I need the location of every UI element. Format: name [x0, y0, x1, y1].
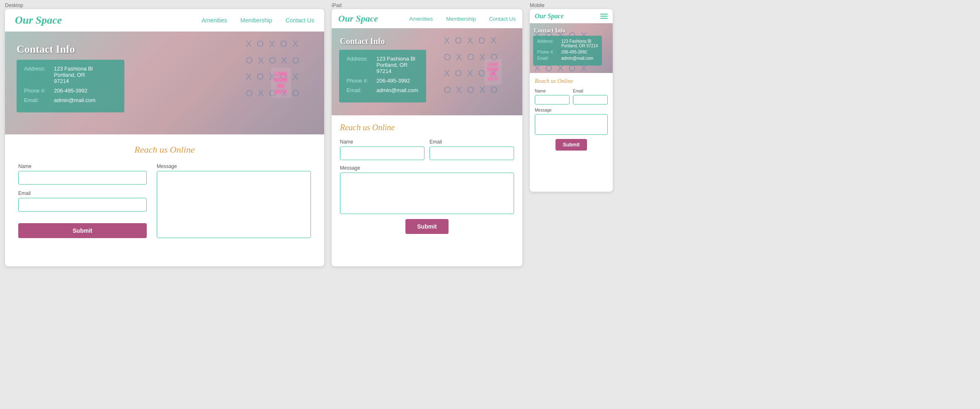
desktop-address-label: Address: — [24, 66, 49, 84]
mobile-hero: Contact Info Address: 123 Fashiona BlPor… — [530, 23, 613, 73]
ipad-message-input[interactable] — [340, 173, 514, 214]
mobile-email-label: Email: — [537, 56, 556, 61]
desktop-phone-value: 206-495-3992 — [54, 88, 87, 94]
ipad-submit-button[interactable]: Submit — [405, 219, 448, 234]
ipad-nav-membership[interactable]: Membership — [446, 16, 476, 22]
ipad-hero-title: Contact Info — [340, 37, 385, 46]
hamburger-menu-icon[interactable] — [600, 14, 608, 19]
desktop-hero-title: Contact Info — [17, 43, 75, 56]
desktop-email-field-label: Email — [18, 190, 147, 196]
ipad-name-label: Name — [340, 139, 425, 145]
ipad-name-email-grid: Name Email — [340, 139, 514, 160]
mobile-email-field-label: Email — [573, 89, 608, 93]
ipad-message-field: Message — [340, 165, 514, 214]
mobile-phone-row: Phone #: 206-495-3992 — [537, 50, 598, 54]
desktop-address-row: Address: 123 Fashiona BlPortland, OR9721… — [24, 66, 117, 84]
ipad-online-section: Reach us Online Name Email Message Submi… — [332, 115, 522, 244]
desktop-label: Desktop — [5, 2, 324, 8]
mobile-device-frame: Our Space Contact Info Address: 123 Fash… — [530, 9, 613, 192]
mobile-logo: Our Space — [535, 12, 600, 20]
ipad-device-frame: Our Space Amenities Membership Contact U… — [332, 9, 522, 266]
desktop-contact-info-box: Address: 123 Fashiona BlPortland, OR9721… — [17, 60, 124, 112]
desktop-message-label: Message — [157, 163, 311, 169]
ipad-address-label: Address: — [347, 56, 371, 74]
ipad-nav-contact[interactable]: Contact Us — [489, 16, 516, 22]
desktop-name-field: Name — [18, 163, 147, 185]
desktop-submit-button[interactable]: Submit — [18, 223, 147, 238]
desktop-nav-amenities[interactable]: Amenities — [201, 17, 227, 24]
mobile-email-value: admin@mail.com — [561, 56, 593, 61]
ipad-name-field: Name — [340, 139, 425, 160]
hamburger-line-3 — [600, 18, 608, 19]
desktop-logo: Our Space — [15, 14, 201, 27]
ipad-nav: Our Space Amenities Membership Contact U… — [332, 9, 522, 28]
mobile-hero-title: Contact Info — [534, 27, 565, 34]
desktop-online-section: Reach us Online Name Email Submit Messag… — [5, 134, 324, 251]
ipad-email-value: admin@mail.com — [376, 87, 418, 93]
mobile-online-section: Reach us Online Name Email Message Submi… — [530, 73, 613, 157]
desktop-online-title: Reach us Online — [18, 144, 311, 155]
mobile-contact-info-box: Address: 123 Fashiona BlPortland, OR 972… — [533, 36, 602, 66]
mobile-submit-button[interactable]: Submit — [555, 139, 587, 151]
ipad-logo: Our Space — [338, 13, 409, 24]
desktop-nav-links: Amenities Membership Contact Us — [201, 17, 314, 24]
desktop-email-field: Email — [18, 190, 147, 212]
ipad-phone-row: Phone #: 206-495-3992 — [347, 78, 419, 84]
desktop-phone-label: Phone #: — [24, 88, 49, 94]
ipad-label: iPad — [332, 2, 522, 8]
desktop-device-frame: Our Space Amenities Membership Contact U… — [5, 9, 324, 266]
mobile-message-input[interactable] — [535, 114, 608, 135]
mobile-email-input[interactable] — [573, 95, 608, 105]
hamburger-line-2 — [600, 16, 608, 17]
ipad-nav-links: Amenities Membership Contact Us — [409, 16, 516, 22]
ipad-name-input[interactable] — [340, 146, 425, 160]
ipad-message-label: Message — [340, 165, 514, 171]
ipad-email-field: Email — [429, 139, 514, 160]
desktop-phone-row: Phone #: 206-495-3992 — [24, 88, 117, 94]
desktop-email-value: admin@mail.com — [54, 97, 96, 103]
desktop-form-layout: Name Email Submit Message — [18, 163, 311, 238]
mobile-online-title: Reach us Online — [535, 78, 608, 85]
mobile-message-label: Message — [535, 108, 608, 112]
mobile-name-field: Name — [535, 89, 570, 105]
desktop-neon-sign: LOVEMADEMEDO IT — [271, 68, 291, 98]
mobile-name-input[interactable] — [535, 95, 570, 105]
mobile-phone-label: Phone #: — [537, 50, 556, 54]
mobile-address-label: Address: — [537, 39, 556, 48]
hamburger-line-1 — [600, 14, 608, 15]
mobile-label: Mobile — [530, 2, 613, 8]
mobile-email-row: Email: admin@mail.com — [537, 56, 598, 61]
mobile-name-label: Name — [535, 89, 570, 93]
desktop-hero: LOVEMADEMEDO IT Contact Info Address: 12… — [5, 32, 324, 134]
ipad-email-row: Email: admin@mail.com — [347, 87, 419, 93]
ipad-email-field-label: Email — [429, 139, 514, 145]
mobile-message-field: Message — [535, 108, 608, 135]
desktop-email-row: Email: admin@mail.com — [24, 97, 117, 103]
mobile-email-field: Email — [573, 89, 608, 105]
desktop-name-input[interactable] — [18, 171, 147, 185]
desktop-name-label: Name — [18, 163, 147, 169]
ipad-contact-info-box: Address: 123 Fashiona BlPortland, OR9721… — [339, 50, 426, 102]
ipad-hero: LOVEMADEMEDO IT Contact Info Address: 12… — [332, 28, 522, 115]
desktop-nav-membership[interactable]: Membership — [240, 17, 272, 24]
ipad-phone-label: Phone #: — [347, 78, 371, 84]
ipad-address-row: Address: 123 Fashiona BlPortland, OR9721… — [347, 56, 419, 74]
mobile-phone-value: 206-495-3992 — [561, 50, 587, 54]
mobile-address-row: Address: 123 Fashiona BlPortland, OR 972… — [537, 39, 598, 48]
ipad-address-value: 123 Fashiona BlPortland, OR97214 — [376, 56, 415, 74]
desktop-message-input[interactable] — [157, 171, 311, 238]
desktop-email-label: Email: — [24, 97, 49, 103]
mobile-address-value: 123 Fashiona BlPortland, OR 97214 — [561, 39, 598, 48]
desktop-nav-contact[interactable]: Contact Us — [286, 17, 314, 24]
desktop-email-input[interactable] — [18, 198, 147, 212]
desktop-form-right: Message — [157, 163, 311, 238]
desktop-address-value: 123 Fashiona BlPortland, OR97214 — [54, 66, 93, 84]
desktop-nav: Our Space Amenities Membership Contact U… — [5, 9, 324, 32]
ipad-neon-sign: LOVEMADEMEDO IT — [484, 59, 502, 85]
ipad-email-input[interactable] — [429, 146, 514, 160]
ipad-nav-amenities[interactable]: Amenities — [409, 16, 433, 22]
ipad-email-label: Email: — [347, 87, 371, 93]
ipad-phone-value: 206-495-3992 — [376, 78, 410, 84]
mobile-name-email-row: Name Email — [535, 89, 608, 105]
ipad-online-title: Reach us Online — [340, 123, 514, 132]
